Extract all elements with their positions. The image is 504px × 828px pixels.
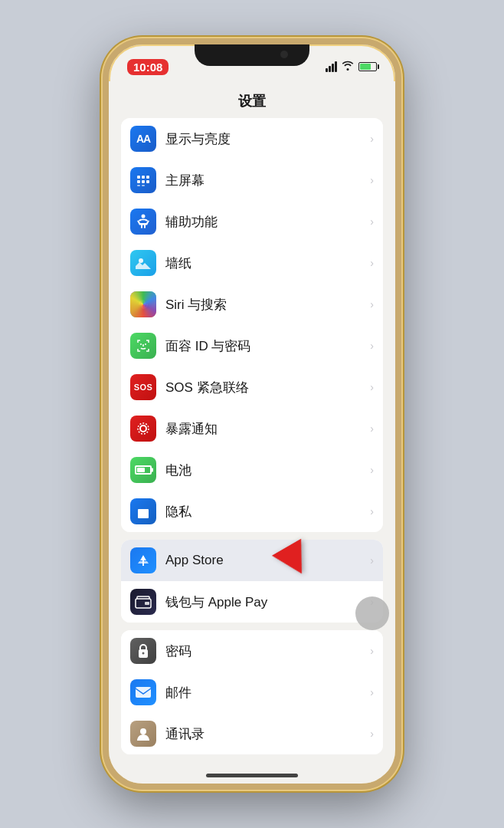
passwords-icon: [130, 638, 156, 664]
settings-item-battery[interactable]: 电池 ›: [121, 449, 383, 491]
home-indicator: [206, 774, 298, 777]
settings-item-siri[interactable]: Siri 与搜索 ›: [121, 284, 383, 325]
exposure-label: 暴露通知: [165, 420, 367, 438]
mail-label: 邮件: [165, 684, 367, 702]
chevron-icon: ›: [370, 554, 374, 567]
settings-item-exposure[interactable]: 暴露通知 ›: [121, 408, 383, 449]
contacts-icon: [130, 721, 156, 747]
svg-point-14: [140, 426, 146, 432]
wallpaper-label: 墙纸: [165, 255, 367, 272]
svg-rect-4: [142, 180, 145, 183]
chevron-icon: ›: [370, 257, 374, 269]
signal-bars-icon: [326, 61, 337, 72]
svg-rect-0: [137, 176, 140, 179]
sos-label: SOS 紧急联络: [165, 379, 367, 396]
sos-icon: SOS: [130, 374, 156, 400]
notch: [195, 44, 309, 66]
display-icon: AA: [130, 126, 156, 152]
chevron-icon: ›: [370, 340, 374, 352]
svg-point-8: [142, 215, 146, 219]
chevron-icon: ›: [370, 686, 374, 698]
appstore-label: App Store: [165, 553, 367, 568]
settings-item-faceid[interactable]: 面容 ID 与密码 ›: [121, 325, 383, 366]
settings-section-store: App Store › 钱包与 Apple Pay ›: [121, 540, 383, 623]
battery-status-icon: [358, 62, 377, 71]
settings-item-sos[interactable]: SOS SOS 紧急联络 ›: [121, 366, 383, 408]
exposure-icon: [130, 416, 156, 442]
svg-rect-2: [146, 176, 149, 179]
svg-point-21: [140, 728, 146, 734]
battery-label: 电池: [165, 462, 367, 479]
chevron-icon: ›: [370, 174, 374, 186]
screen-content: 设置 AA 显示与亮度 ›: [109, 81, 395, 784]
settings-item-mail[interactable]: 邮件 ›: [121, 672, 383, 713]
settings-item-contacts[interactable]: 通讯录 ›: [121, 713, 383, 754]
svg-rect-17: [145, 602, 149, 605]
camera-dot: [280, 51, 288, 58]
siri-label: Siri 与搜索: [165, 296, 367, 314]
chevron-icon: ›: [370, 645, 374, 657]
settings-item-wallpaper[interactable]: 墙纸 ›: [121, 242, 383, 284]
battery-icon: [130, 457, 156, 483]
svg-rect-7: [142, 185, 145, 186]
settings-item-appstore[interactable]: App Store ›: [121, 540, 383, 581]
chevron-icon: ›: [370, 505, 374, 518]
display-label: 显示与亮度: [165, 130, 367, 148]
mail-icon: [130, 679, 156, 705]
passwords-label: 密码: [165, 642, 367, 660]
wallpaper-icon: [130, 250, 156, 276]
siri-icon: [130, 291, 156, 317]
svg-rect-20: [136, 687, 151, 698]
wifi-icon: [342, 61, 354, 73]
settings-section-main: AA 显示与亮度 ›: [121, 118, 383, 532]
chevron-icon: ›: [370, 728, 374, 740]
privacy-icon: [130, 498, 156, 524]
status-time: 10:08: [127, 59, 169, 75]
svg-point-10: [141, 300, 146, 309]
svg-point-12: [140, 343, 142, 345]
scrollbar-indicator[interactable]: [355, 596, 389, 630]
page-title: 设置: [109, 81, 395, 118]
faceid-label: 面容 ID 与密码: [165, 337, 367, 355]
chevron-icon: ›: [370, 464, 374, 476]
accessibility-label: 辅助功能: [165, 213, 367, 231]
chevron-icon: ›: [370, 215, 374, 228]
settings-item-home[interactable]: 主屏幕 ›: [121, 159, 383, 201]
chevron-icon: ›: [370, 381, 374, 393]
wallet-icon: [130, 589, 156, 615]
svg-rect-5: [146, 180, 149, 183]
settings-section-apps: 密码 › 邮件 ›: [121, 630, 383, 754]
home-label: 主屏幕: [165, 172, 367, 189]
settings-item-accessibility[interactable]: 辅助功能 ›: [121, 201, 383, 242]
settings-item-display[interactable]: AA 显示与亮度 ›: [121, 118, 383, 159]
svg-point-19: [142, 652, 145, 655]
appstore-icon: [130, 547, 156, 573]
settings-item-wallet[interactable]: 钱包与 Apple Pay ›: [121, 581, 383, 623]
svg-point-13: [145, 343, 146, 345]
home-icon: [130, 167, 156, 193]
settings-item-passwords[interactable]: 密码 ›: [121, 630, 383, 672]
wallet-label: 钱包与 Apple Pay: [165, 593, 367, 611]
faceid-icon: [130, 333, 156, 359]
svg-rect-3: [137, 180, 140, 183]
svg-rect-1: [142, 176, 145, 179]
svg-rect-6: [137, 185, 140, 186]
status-icons: [326, 61, 377, 73]
privacy-label: 隐私: [165, 503, 367, 521]
accessibility-icon: [130, 209, 156, 235]
chevron-icon: ›: [370, 422, 374, 435]
chevron-icon: ›: [370, 298, 374, 310]
settings-item-privacy[interactable]: 隐私 ›: [121, 491, 383, 532]
contacts-label: 通讯录: [165, 725, 367, 743]
phone-frame: 10:08 设置: [103, 38, 401, 790]
chevron-icon: ›: [370, 133, 374, 145]
